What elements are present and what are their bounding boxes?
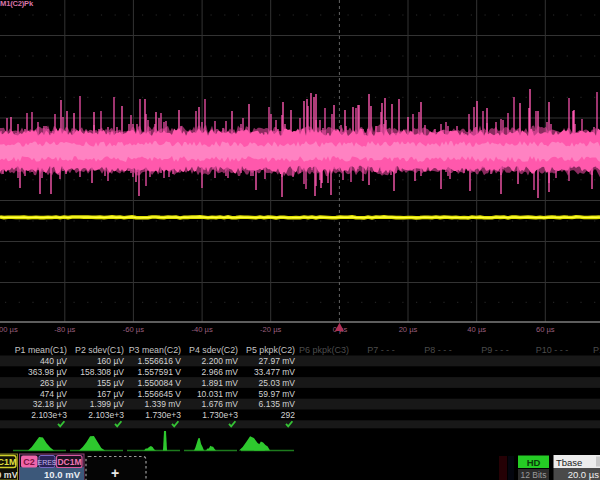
svg-text:1.556616 V: 1.556616 V (138, 356, 182, 366)
svg-text:20.0 µs: 20.0 µs (568, 469, 600, 480)
svg-text:-20 µs: -20 µs (260, 325, 281, 334)
svg-text:27.97 mV: 27.97 mV (259, 356, 296, 366)
svg-text:P5 pkpk(C2): P5 pkpk(C2) (246, 345, 295, 355)
svg-text:40 µs: 40 µs (467, 325, 486, 334)
svg-text:1.557591 V: 1.557591 V (138, 367, 182, 377)
svg-text:P9 - - -: P9 - - - (481, 345, 509, 355)
svg-text:C2: C2 (23, 457, 35, 467)
svg-text:1.730e+3: 1.730e+3 (202, 410, 238, 420)
svg-text:33.477 mV: 33.477 mV (254, 367, 295, 377)
svg-text:0 mV: 0 mV (0, 470, 18, 480)
svg-text:P7 - - -: P7 - - - (367, 345, 395, 355)
svg-text:2.103e+3: 2.103e+3 (31, 410, 67, 420)
svg-text:-40 µs: -40 µs (191, 325, 212, 334)
svg-text:DC1M: DC1M (57, 457, 81, 467)
svg-text:ERES: ERES (37, 459, 56, 466)
svg-text:1.550084 V: 1.550084 V (138, 378, 182, 388)
svg-text:M1(C2)Pk: M1(C2)Pk (0, 0, 34, 8)
svg-text:20 µs: 20 µs (399, 325, 418, 334)
svg-text:P6 pkpk(C3): P6 pkpk(C3) (299, 345, 349, 355)
svg-text:-80 µs: -80 µs (54, 325, 75, 334)
svg-text:60 µs: 60 µs (536, 325, 555, 334)
svg-text:-60 µs: -60 µs (123, 325, 144, 334)
svg-text:32.18 µV: 32.18 µV (33, 399, 68, 409)
svg-text:160 µV: 160 µV (97, 356, 124, 366)
svg-text:263 µV: 263 µV (40, 378, 67, 388)
svg-text:440 µV: 440 µV (40, 356, 67, 366)
svg-text:P2 sdev(C1): P2 sdev(C1) (75, 345, 124, 355)
svg-text:1.676 mV: 1.676 mV (202, 399, 239, 409)
svg-text:1.730e+3: 1.730e+3 (145, 410, 181, 420)
svg-text:DC1M: DC1M (0, 457, 17, 467)
svg-text:12 Bits: 12 Bits (521, 470, 547, 480)
svg-text:292: 292 (281, 410, 295, 420)
svg-text:P4 sdev(C2): P4 sdev(C2) (189, 345, 238, 355)
svg-text:2.200 mV: 2.200 mV (202, 356, 239, 366)
svg-text:1.891 mV: 1.891 mV (202, 378, 239, 388)
svg-text:10.031 mV: 10.031 mV (197, 389, 238, 399)
svg-text:167 µV: 167 µV (97, 389, 124, 399)
svg-text:10.0 mV: 10.0 mV (44, 469, 81, 480)
svg-text:P3 mean(C2): P3 mean(C2) (129, 345, 181, 355)
svg-text:HD: HD (527, 457, 541, 468)
svg-text:25.03 mV: 25.03 mV (259, 378, 296, 388)
svg-text:-100 µs: -100 µs (0, 325, 18, 334)
svg-text:P1 mean(C1): P1 mean(C1) (15, 345, 67, 355)
svg-text:1.339 mV: 1.339 mV (145, 399, 182, 409)
svg-text:474 µV: 474 µV (40, 389, 67, 399)
svg-text:59.97 mV: 59.97 mV (259, 389, 296, 399)
svg-text:2.103e+3: 2.103e+3 (88, 410, 124, 420)
svg-text:P10 - - -: P10 - - - (536, 345, 569, 355)
svg-text:6.135 mV: 6.135 mV (259, 399, 296, 409)
svg-text:1.556645 V: 1.556645 V (138, 389, 182, 399)
svg-text:363.98 µV: 363.98 µV (28, 367, 67, 377)
svg-text:+: + (111, 465, 119, 480)
svg-text:Tbase: Tbase (556, 457, 582, 468)
svg-text:158.308 µV: 158.308 µV (80, 367, 124, 377)
svg-text:2.966 mV: 2.966 mV (202, 367, 239, 377)
svg-text:P8 - - -: P8 - - - (424, 345, 452, 355)
svg-text:155 µV: 155 µV (97, 378, 124, 388)
svg-text:P11 - - -: P11 - - - (593, 345, 600, 355)
svg-text:1.399 µV: 1.399 µV (90, 399, 125, 409)
